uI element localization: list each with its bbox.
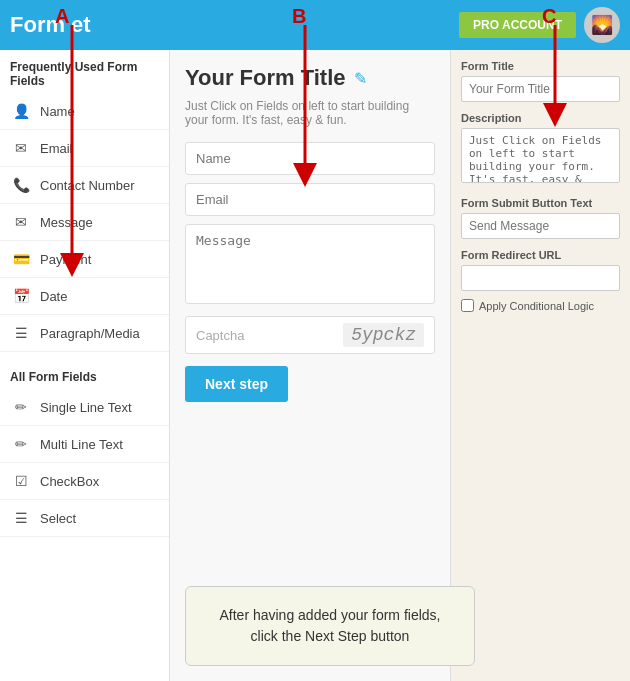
sidebar-item-contact[interactable]: 📞 Contact Number: [0, 167, 169, 204]
paragraph-icon: ☰: [10, 322, 32, 344]
submit-text-panel-input[interactable]: [461, 213, 620, 239]
conditional-logic-label: Apply Conditional Logic: [479, 300, 594, 312]
all-section-title: All Form Fields: [0, 360, 169, 389]
sidebar-item-payment[interactable]: 💳 Payment: [0, 241, 169, 278]
date-icon: 📅: [10, 285, 32, 307]
user-icon: 👤: [10, 100, 32, 122]
redirect-url-panel-input[interactable]: [461, 265, 620, 291]
sidebar-item-label: Contact Number: [40, 178, 135, 193]
email-icon: ✉: [10, 137, 32, 159]
multi-line-icon: ✏: [10, 433, 32, 455]
next-step-button[interactable]: Next step: [185, 366, 288, 402]
message-icon: ✉: [10, 211, 32, 233]
captcha-row: Captcha 5ypckz: [185, 316, 435, 354]
header: Form et PRO ACCOUNT 🌄: [0, 0, 630, 50]
captcha-image: 5ypckz: [343, 323, 424, 347]
conditional-logic-checkbox[interactable]: [461, 299, 474, 312]
sidebar-item-name[interactable]: 👤 Name: [0, 93, 169, 130]
sidebar-item-label: Date: [40, 289, 67, 304]
message-input[interactable]: [185, 224, 435, 304]
description-panel-textarea[interactable]: Just Click on Fields on left to start bu…: [461, 128, 620, 183]
sidebar-item-single-line[interactable]: ✏ Single Line Text: [0, 389, 169, 426]
frequent-section-title: Frequently Used Form Fields: [0, 50, 169, 93]
sidebar-item-label: Payment: [40, 252, 91, 267]
avatar-icon: 🌄: [591, 14, 613, 36]
conditional-logic-row: Apply Conditional Logic: [461, 299, 620, 312]
checkbox-icon: ☑: [10, 470, 32, 492]
single-line-icon: ✏: [10, 396, 32, 418]
form-subtitle: Just Click on Fields on left to start bu…: [185, 99, 435, 127]
sidebar-item-label: Multi Line Text: [40, 437, 123, 452]
app-logo: Form et: [10, 12, 91, 38]
sidebar-item-label: Single Line Text: [40, 400, 132, 415]
sidebar-item-label: CheckBox: [40, 474, 99, 489]
sidebar-item-label: Name: [40, 104, 75, 119]
sidebar-item-label: Paragraph/Media: [40, 326, 140, 341]
submit-text-panel-label: Form Submit Button Text: [461, 197, 620, 209]
sidebar-item-date[interactable]: 📅 Date: [0, 278, 169, 315]
captcha-label: Captcha: [196, 328, 343, 343]
form-title: Your Form Title: [185, 65, 346, 91]
sidebar-item-paragraph[interactable]: ☰ Paragraph/Media: [0, 315, 169, 352]
sidebar-item-multi-line[interactable]: ✏ Multi Line Text: [0, 426, 169, 463]
name-input[interactable]: [185, 142, 435, 175]
redirect-url-panel-label: Form Redirect URL: [461, 249, 620, 261]
avatar: 🌄: [584, 7, 620, 43]
form-title-row: Your Form Title ✎: [185, 65, 435, 91]
phone-icon: 📞: [10, 174, 32, 196]
pro-account-button[interactable]: PRO ACCOUNT: [459, 12, 576, 38]
sidebar-item-checkbox[interactable]: ☑ CheckBox: [0, 463, 169, 500]
right-panel: Form Title Description Just Click on Fie…: [450, 50, 630, 681]
sidebar-item-label: Select: [40, 511, 76, 526]
sidebar-item-email[interactable]: ✉ Email: [0, 130, 169, 167]
sidebar-item-select[interactable]: ☰ Select: [0, 500, 169, 537]
sidebar-item-message[interactable]: ✉ Message: [0, 204, 169, 241]
form-title-panel-input[interactable]: [461, 76, 620, 102]
form-title-panel-label: Form Title: [461, 60, 620, 72]
select-icon: ☰: [10, 507, 32, 529]
payment-icon: 💳: [10, 248, 32, 270]
sidebar: Frequently Used Form Fields 👤 Name ✉ Ema…: [0, 50, 170, 681]
sidebar-item-label: Message: [40, 215, 93, 230]
sidebar-item-label: Email: [40, 141, 73, 156]
tooltip-box: After having added your form fields, cli…: [185, 586, 475, 666]
tooltip-text: After having added your form fields, cli…: [219, 607, 440, 644]
edit-title-icon[interactable]: ✎: [354, 69, 367, 88]
email-input[interactable]: [185, 183, 435, 216]
description-panel-label: Description: [461, 112, 620, 124]
